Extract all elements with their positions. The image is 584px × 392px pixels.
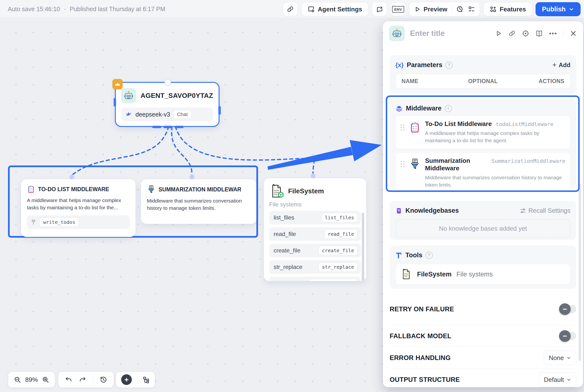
add-parameter-button[interactable]: + Add — [552, 61, 570, 69]
clock-run-icon — [456, 6, 464, 13]
env-icon: ENV — [394, 6, 402, 12]
agent-inspector-panel: Enter title — [383, 21, 583, 387]
agent-top-port[interactable] — [164, 79, 171, 86]
title-input[interactable]: Enter title — [410, 29, 495, 38]
copy-link-button[interactable] — [283, 2, 298, 16]
help-icon[interactable]: ? — [446, 62, 453, 69]
redo-button[interactable] — [79, 376, 86, 383]
model-selector[interactable]: deepseek-v3 Chat — [121, 108, 213, 121]
toggle-knob: − — [559, 330, 571, 342]
undo-button[interactable] — [65, 376, 72, 383]
middleware-name: To-Do List Middleware — [425, 120, 492, 128]
recall-settings-button[interactable]: Recall Settings — [520, 207, 570, 214]
funnel-doc-icon — [147, 185, 156, 194]
tool-hammer-icon — [30, 219, 36, 225]
docs-button[interactable] — [536, 30, 543, 37]
drag-handle[interactable] — [400, 120, 405, 135]
column-actions: ACTIONS — [510, 78, 564, 84]
help-icon[interactable]: ? — [426, 252, 433, 259]
filesystem-scrollbar[interactable] — [362, 213, 364, 281]
output-structure-value: Default — [544, 376, 564, 384]
annotation-button[interactable] — [372, 2, 387, 16]
output-structure-select[interactable]: Default — [539, 372, 576, 387]
knowledgebases-empty-state: No knowledge bases added yet — [396, 219, 570, 238]
info-icon[interactable]: i — [445, 105, 452, 112]
layers-icon — [396, 105, 403, 112]
agent-bottom-handle[interactable] — [174, 126, 184, 128]
robot-icon — [389, 26, 405, 41]
autosave-status: Auto save 15:46:10 — [8, 6, 60, 12]
drag-handle[interactable] — [400, 157, 405, 172]
filesystem-tool-row[interactable]: create_file create_file — [269, 244, 361, 257]
auto-layout-button[interactable] — [142, 376, 150, 383]
retry-on-failure-toggle[interactable]: − — [561, 305, 576, 313]
tools-icon — [396, 252, 402, 259]
preview-label: Preview — [424, 6, 447, 13]
chevron-down-icon — [568, 6, 574, 12]
agent-settings-button[interactable]: Agent Settings — [302, 2, 368, 16]
checklist-button[interactable] — [468, 6, 475, 13]
summarization-middleware-node[interactable]: SUMMARIZATION MIDDLEWAR Middleware that … — [141, 179, 256, 224]
fallback-model-label: FALLBACK MODEL — [390, 332, 452, 340]
copy-agent-link-button[interactable] — [508, 30, 516, 37]
features-button[interactable]: Features — [484, 2, 532, 16]
agent-bottom-handle[interactable] — [152, 126, 162, 128]
todo-middleware-node[interactable]: TO-DO LIST MIDDLEWARE A middleware that … — [21, 179, 136, 237]
crown-icon — [114, 81, 121, 87]
zoom-in-icon — [42, 376, 49, 383]
filesystem-tool-row[interactable]: list_files list_files — [269, 211, 361, 224]
middleware-item-summarization[interactable]: Summarization Middleware SummarizationMi… — [396, 152, 570, 193]
ellipsis-icon: ••• — [549, 30, 557, 37]
focus-node-button[interactable] — [522, 30, 529, 37]
filesystem-tool-row[interactable]: read_file read_file — [269, 227, 361, 241]
history-controls — [58, 372, 114, 388]
env-variables-button[interactable]: ENV — [391, 2, 406, 16]
panel-scrollbar[interactable] — [579, 184, 581, 361]
todo-tool-row[interactable]: write_todos — [27, 216, 130, 229]
link-icon — [287, 6, 294, 13]
filesystem-tool-row[interactable]: full_file_rew full_file_rewr — [269, 277, 361, 281]
write-todos-chip: write_todos — [40, 218, 79, 227]
book-icon — [536, 30, 543, 37]
publish-label: Publish — [542, 6, 566, 13]
zoom-out-button[interactable] — [11, 376, 24, 383]
tool-label: read_file — [274, 231, 296, 238]
version-history-button[interactable] — [100, 376, 107, 383]
zoom-in-button[interactable] — [39, 376, 52, 383]
middleware-title: Middleware — [406, 105, 442, 112]
tools-item-filesystem[interactable]: FileSystem File systems — [396, 264, 570, 285]
agent-left-handle[interactable] — [114, 98, 116, 106]
more-options-button[interactable]: ••• — [549, 30, 557, 37]
filesystem-node-subtitle: File systems — [269, 201, 361, 208]
agent-bottom-handle[interactable] — [163, 126, 172, 128]
run-history-button[interactable] — [456, 6, 464, 13]
fallback-model-toggle[interactable]: − — [561, 332, 576, 340]
preview-group: Preview — [409, 2, 480, 16]
close-panel-button[interactable] — [570, 30, 577, 37]
top-toolbar: Auto save 15:46:10 · Published last Thur… — [0, 0, 584, 18]
filesystem-node[interactable]: FileSystem File systems list_files list_… — [264, 178, 366, 281]
middleware-item-todo[interactable]: To-Do List Middleware todoListMiddleware… — [396, 116, 570, 149]
clipboard-icon — [27, 185, 35, 193]
annotation-arrow — [268, 140, 382, 170]
divider — [390, 369, 576, 369]
zoom-out-icon — [14, 376, 21, 383]
error-handling-select[interactable]: None — [544, 350, 576, 365]
filesystem-tool-row[interactable]: str_replace str_replace — [269, 260, 361, 274]
toggle-knob: − — [559, 303, 571, 315]
error-handling-row: ERROR HANDLING None — [390, 348, 576, 368]
tools-section: Tools ? FileSystem File systems — [390, 246, 576, 289]
redo-icon — [79, 376, 86, 383]
publish-button[interactable]: Publish — [536, 2, 580, 16]
agent-right-handle[interactable] — [218, 106, 221, 115]
preview-button[interactable]: Preview — [414, 6, 447, 13]
add-node-button[interactable]: + — [121, 374, 132, 385]
zoom-level: 89% — [24, 376, 39, 384]
run-agent-button[interactable] — [495, 30, 502, 37]
play-icon — [495, 30, 502, 37]
funnel-doc-icon — [409, 158, 421, 170]
link-icon — [508, 30, 516, 37]
port-filesystem[interactable] — [311, 174, 316, 178]
agent-node[interactable]: AGENT_SAVOP0YTAZ deepseek-v3 Chat — [115, 82, 220, 127]
output-structure-label: OUTPUT STRUCTURE — [390, 376, 460, 384]
